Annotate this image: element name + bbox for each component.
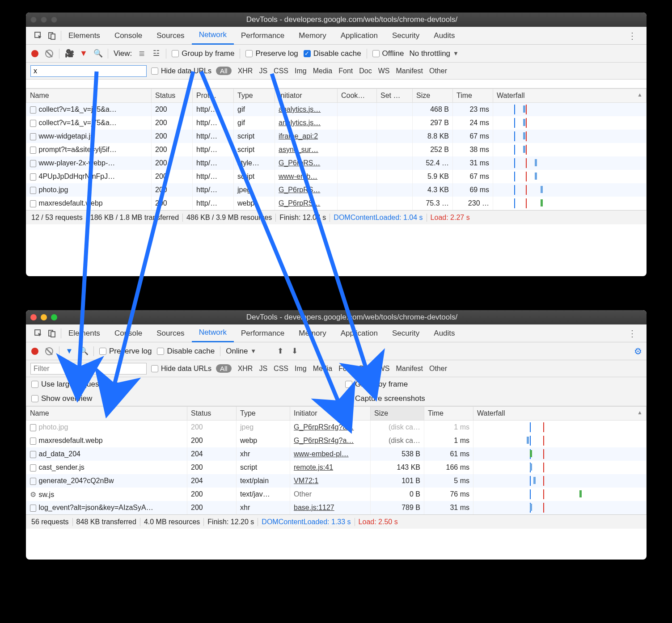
hide-data-urls-checkbox[interactable]: Hide data URLs — [151, 67, 211, 75]
col-type[interactable]: Type — [237, 407, 290, 421]
preserve-log-checkbox[interactable]: Preserve log — [245, 49, 298, 58]
table-row[interactable]: ad_data_204204xhrwww-embed-pl…538 B61 ms — [26, 447, 647, 461]
tab-performance[interactable]: Performance — [234, 27, 292, 45]
filter-input[interactable] — [30, 65, 147, 77]
tab-audits[interactable]: Audits — [427, 324, 462, 342]
filter-icon[interactable]: ▼ — [65, 347, 74, 356]
table-row[interactable]: log_event?alt=json&key=AIzaSyA…200xhrbas… — [26, 501, 647, 514]
filter-type-img[interactable]: Img — [295, 67, 307, 75]
filter-type-js[interactable]: JS — [259, 67, 267, 75]
filter-type-xhr[interactable]: XHR — [238, 67, 253, 75]
col-status[interactable]: Status — [187, 407, 237, 421]
filter-type-ws[interactable]: WS — [378, 67, 390, 75]
filter-type-doc[interactable]: Doc — [359, 365, 372, 372]
clear-icon[interactable] — [45, 347, 54, 356]
filter-type-css[interactable]: CSS — [274, 67, 288, 75]
col-type[interactable]: Type — [234, 89, 275, 103]
filter-type-font[interactable]: Font — [338, 67, 353, 75]
filter-type-media[interactable]: Media — [313, 365, 333, 372]
initiator-link[interactable]: iframe_api:2 — [279, 132, 318, 140]
tab-elements[interactable]: Elements — [61, 27, 107, 45]
initiator-link[interactable]: VM72:1 — [294, 477, 318, 484]
filter-type-other[interactable]: Other — [429, 365, 447, 372]
table-row[interactable]: cast_sender.js200scriptremote.js:41143 K… — [26, 461, 647, 474]
col-size[interactable]: Size — [413, 89, 453, 103]
device-icon[interactable] — [47, 329, 56, 338]
capture-screenshots-checkbox[interactable]: Capture screenshots — [345, 394, 641, 403]
tab-console[interactable]: Console — [107, 27, 149, 45]
search-icon[interactable]: 🔍 — [79, 347, 88, 356]
filter-type-css[interactable]: CSS — [274, 365, 288, 372]
more-icon[interactable]: ⋮ — [621, 328, 643, 339]
initiator-link[interactable]: G_P6rpRS… — [279, 199, 320, 207]
filter-input[interactable] — [30, 363, 147, 375]
group-by-frame-checkbox[interactable]: Group by frame — [172, 49, 234, 58]
record-icon[interactable] — [30, 347, 39, 356]
table-row[interactable]: 4PUpJpDdHqrNInFpJ…200http/…scriptwww-emb… — [26, 170, 647, 183]
table-row[interactable]: maxresdefault.webp200webpG_P6rpRSr4g?a…(… — [26, 434, 647, 447]
filter-type-all[interactable]: All — [216, 67, 232, 75]
initiator-link[interactable]: analytics.js… — [279, 105, 321, 113]
col-name[interactable]: Name — [26, 89, 152, 103]
tab-memory[interactable]: Memory — [292, 324, 333, 342]
more-icon[interactable]: ⋮ — [621, 30, 643, 41]
tab-console[interactable]: Console — [107, 324, 149, 342]
group-by-frame-checkbox[interactable]: Group by frame — [345, 380, 641, 389]
filter-type-img[interactable]: Img — [295, 365, 307, 372]
tab-memory[interactable]: Memory — [292, 27, 333, 45]
table-row[interactable]: generate_204?cQ2nBw204text/plainVM72:110… — [26, 474, 647, 488]
tab-application[interactable]: Application — [334, 324, 385, 342]
filter-type-ws[interactable]: WS — [378, 365, 390, 372]
close-dot[interactable] — [30, 17, 37, 23]
tab-network[interactable]: Network — [192, 27, 234, 45]
table-row[interactable]: maxresdefault.webp200http/…webpG_P6rpRS…… — [26, 197, 647, 210]
filter-type-other[interactable]: Other — [429, 67, 447, 75]
col-initiator[interactable]: Initiator — [275, 89, 338, 103]
initiator-link[interactable]: www-emb… — [279, 173, 317, 180]
zoom-dot[interactable] — [51, 314, 57, 320]
initiator-link[interactable]: base.js:1127 — [294, 504, 334, 511]
initiator-link[interactable]: G_P6rpRS… — [279, 186, 320, 194]
tab-network[interactable]: Network — [192, 324, 234, 342]
table-row[interactable]: photo.jpg200http/…jpegG_P6rpRS…4.3 KB69 … — [26, 183, 647, 197]
inspect-icon[interactable] — [34, 31, 43, 40]
col-time[interactable]: Time — [453, 89, 493, 103]
overview-icon[interactable]: ☳ — [152, 49, 161, 58]
hide-data-urls-checkbox[interactable]: Hide data URLs — [151, 365, 211, 373]
throttling-select[interactable]: Online▼ — [226, 347, 256, 356]
col-size[interactable]: Size — [371, 407, 424, 421]
filter-icon[interactable]: ▼ — [79, 49, 88, 58]
col-name[interactable]: Name — [26, 407, 187, 421]
table-row[interactable]: photo.jpg200jpegG_P6rpRSr4g?a…(disk ca…1… — [26, 421, 647, 434]
camera-icon[interactable]: 🎥 — [65, 49, 74, 58]
filter-type-all[interactable]: All — [216, 364, 232, 373]
tab-sources[interactable]: Sources — [149, 27, 191, 45]
initiator-link[interactable]: async_sur… — [279, 146, 318, 153]
clear-icon[interactable] — [45, 49, 54, 58]
minimize-dot[interactable] — [41, 17, 47, 23]
table-row[interactable]: www-widgetapi.js200http/…scriptiframe_ap… — [26, 130, 647, 143]
initiator-link[interactable]: remote.js:41 — [294, 463, 333, 471]
filter-type-manifest[interactable]: Manifest — [396, 67, 423, 75]
large-rows-icon[interactable]: ≣ — [137, 49, 146, 58]
tab-security[interactable]: Security — [385, 27, 427, 45]
col-time[interactable]: Time — [424, 407, 473, 421]
tab-sources[interactable]: Sources — [149, 324, 191, 342]
download-icon[interactable]: ⬇ — [290, 347, 299, 356]
col-prot[interactable]: Prot… — [193, 89, 234, 103]
disable-cache-checkbox[interactable]: Disable cache — [157, 347, 215, 356]
filter-type-doc[interactable]: Doc — [359, 67, 372, 75]
initiator-link[interactable]: www-embed-pl… — [294, 450, 349, 458]
tab-application[interactable]: Application — [334, 27, 385, 45]
filter-type-xhr[interactable]: XHR — [238, 365, 253, 372]
col-cook[interactable]: Cook… — [338, 89, 377, 103]
filter-type-manifest[interactable]: Manifest — [396, 365, 423, 372]
disable-cache-checkbox[interactable]: ✓Disable cache — [304, 49, 361, 58]
col-waterfall[interactable]: Waterfall▲ — [493, 89, 647, 103]
show-overview-checkbox[interactable]: Show overview — [31, 394, 327, 403]
filter-type-font[interactable]: Font — [338, 365, 353, 372]
settings-icon[interactable]: ⚙ — [634, 346, 642, 357]
zoom-dot[interactable] — [51, 17, 57, 23]
table-row[interactable]: collect?v=1&_v=j75&a…200http/…gifanalyti… — [26, 103, 647, 117]
upload-icon[interactable]: ⬆ — [276, 347, 285, 356]
